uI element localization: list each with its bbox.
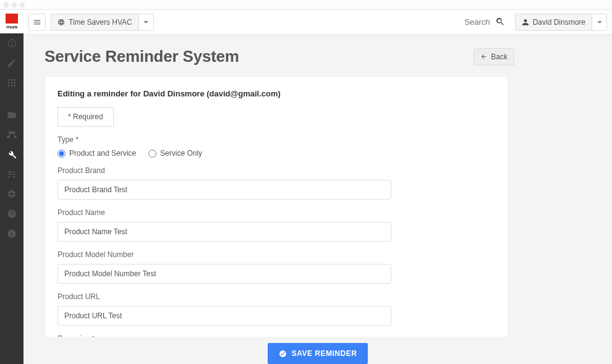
type-radio-group: Product and Service Service Only (57, 149, 495, 158)
info-icon (7, 229, 17, 239)
logo-text: mura (6, 24, 17, 30)
sidebar-item-dashboard[interactable] (0, 33, 23, 53)
type-option-service-only[interactable]: Service Only (148, 149, 202, 158)
required-note: * Required (57, 107, 114, 127)
back-button[interactable]: Back (474, 48, 514, 66)
user-name: David Dinsmore (533, 18, 585, 27)
type-radio-service-label: Service Only (160, 149, 202, 158)
content-area: Service Reminder System Back Editing a r… (23, 35, 612, 364)
users-icon (7, 130, 17, 140)
window-chrome (0, 0, 612, 10)
sidebar-item-sliders[interactable] (0, 164, 23, 184)
form-heading: Editing a reminder for David Dinsmore (d… (57, 89, 495, 98)
product-brand-input[interactable] (57, 180, 391, 200)
global-search (416, 17, 510, 27)
model-label: Product Model Number (57, 250, 495, 259)
page-title: Service Reminder System (45, 47, 239, 66)
site-selector-button[interactable]: Time Savers HVAC (51, 14, 139, 31)
nav-toggle-button[interactable] (28, 14, 46, 31)
topbar: Time Savers HVAC David Dinsmore (23, 10, 612, 35)
globe-icon (57, 19, 65, 26)
back-label: Back (491, 53, 508, 61)
bars-icon (33, 18, 41, 27)
traffic-close-icon[interactable] (4, 2, 9, 7)
type-option-product-and-service[interactable]: Product and Service (57, 149, 136, 158)
product-name-input[interactable] (57, 222, 391, 242)
app-logo[interactable]: mura (0, 10, 23, 33)
product-model-input[interactable] (57, 264, 391, 284)
type-radio-service[interactable] (148, 150, 156, 158)
help-icon (7, 209, 17, 219)
check-circle-icon (279, 350, 287, 358)
type-radio-prodserv-label: Product and Service (69, 149, 136, 158)
type-radio-prodserv[interactable] (57, 150, 66, 158)
save-bar: SAVE REMINDER (23, 337, 612, 364)
gears-icon (7, 189, 17, 199)
site-selector: Time Savers HVAC (51, 14, 154, 31)
form-panel: Editing a reminder for David Dinsmore (d… (45, 76, 508, 339)
sidebar-item-edit[interactable] (0, 53, 23, 73)
wrench-icon (7, 150, 17, 159)
sidebar-item-modules[interactable] (0, 73, 23, 93)
sidebar-item-settings[interactable] (0, 184, 23, 204)
sidebar-item-users[interactable] (0, 125, 23, 145)
search-input[interactable] (416, 17, 490, 27)
name-label: Product Name (57, 208, 495, 217)
site-name: Time Savers HVAC (69, 18, 132, 27)
chevron-down-icon (143, 21, 148, 23)
user-menu: David Dinsmore (515, 14, 607, 31)
sidebar-item-files[interactable] (0, 105, 23, 125)
modules-icon (7, 78, 17, 88)
folder-open-icon (7, 110, 17, 120)
save-reminder-button[interactable]: SAVE REMINDER (268, 343, 368, 364)
edit-icon (7, 58, 17, 68)
brand-label: Product Brand (57, 166, 495, 175)
traffic-minimize-icon[interactable] (12, 2, 17, 7)
traffic-zoom-icon[interactable] (20, 2, 25, 7)
search-icon[interactable] (495, 17, 505, 27)
sidebar-item-help[interactable] (0, 204, 23, 224)
sidebar-item-info[interactable] (0, 224, 23, 243)
sliders-icon (7, 169, 17, 179)
site-selector-dropdown[interactable] (139, 14, 154, 31)
product-url-input[interactable] (57, 306, 391, 326)
sidebar-item-tools[interactable] (0, 145, 23, 164)
user-icon (522, 19, 529, 26)
chevron-down-icon (597, 21, 602, 23)
save-label: SAVE REMINDER (292, 349, 357, 358)
logo-icon (6, 14, 18, 23)
user-menu-dropdown[interactable] (592, 14, 607, 31)
dashboard-icon (7, 38, 17, 48)
user-menu-button[interactable]: David Dinsmore (515, 14, 592, 31)
arrow-left-icon (480, 53, 487, 60)
type-label: Type * (57, 135, 495, 144)
url-label: Product URL (57, 292, 495, 301)
sidebar: mura (0, 10, 23, 364)
